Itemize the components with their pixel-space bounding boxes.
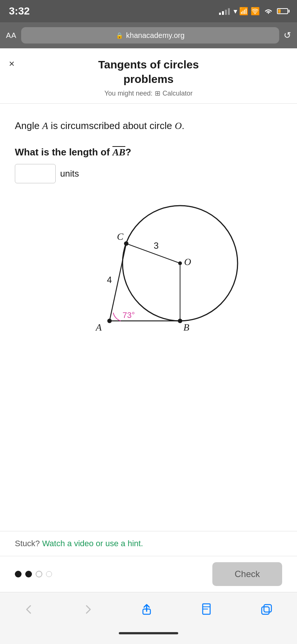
browser-bar: AA 🔒 khanacademy.org ↺ <box>0 22 297 48</box>
svg-rect-12 <box>262 607 269 614</box>
segment-ab: AB <box>112 147 125 158</box>
ios-nav-bar <box>0 592 297 629</box>
back-button[interactable] <box>25 604 34 615</box>
progress-dot-3 <box>36 571 42 577</box>
progress-dot-2 <box>25 571 32 577</box>
check-button[interactable]: Check <box>212 562 282 586</box>
exercise-header: × Tangents of circles problems You might… <box>0 48 297 104</box>
bottom-bar: Check <box>0 556 297 592</box>
label-c: C <box>117 231 124 242</box>
share-button[interactable] <box>141 603 152 616</box>
status-time: 3:32 <box>9 5 30 17</box>
might-need-text: You might need: <box>104 90 152 97</box>
label-3: 3 <box>154 241 159 251</box>
browser-url-bar[interactable]: 🔒 khanacademy.org <box>21 27 279 44</box>
status-bar: 3:32 ▾ 📶 🛜 <box>0 0 297 22</box>
page-content: × Tangents of circles problems You might… <box>0 48 297 592</box>
progress-dot-1 <box>15 571 22 577</box>
svg-line-1 <box>110 244 126 321</box>
label-o: O <box>184 257 191 267</box>
home-bar <box>119 632 178 634</box>
stuck-text: Stuck? <box>15 539 40 548</box>
hint-link[interactable]: Watch a video or use a hint. <box>42 539 143 548</box>
diagram-container: C O B A 4 3 73° <box>15 198 282 354</box>
stuck-area: Stuck? Watch a video or use a hint. <box>0 531 297 556</box>
geometry-diagram: C O B A 4 3 73° <box>52 198 245 354</box>
label-4: 4 <box>107 275 112 285</box>
calculator-label[interactable]: Calculator <box>163 90 193 97</box>
problem-statement: Angle A is circumscribed about circle O. <box>15 119 282 133</box>
question-text: What is the length of AB? <box>15 146 282 158</box>
exercise-title: Tangents of circles problems <box>15 57 282 86</box>
problem-area: Angle A is circumscribed about circle O.… <box>0 104 297 531</box>
browser-aa-label[interactable]: AA <box>6 31 17 40</box>
label-angle: 73° <box>123 310 135 320</box>
svg-point-8 <box>107 319 112 323</box>
svg-line-3 <box>126 244 180 263</box>
svg-point-6 <box>178 261 182 265</box>
bookmarks-button[interactable] <box>201 603 212 616</box>
title-line1: Tangents of circles <box>98 58 199 71</box>
svg-rect-11 <box>264 605 271 612</box>
progress-dots <box>15 571 52 577</box>
home-indicator <box>0 629 297 644</box>
tabs-button[interactable] <box>261 604 272 615</box>
browser-url: khanacademy.org <box>126 31 185 40</box>
signal-icon <box>219 7 230 15</box>
refresh-icon[interactable]: ↺ <box>284 30 291 41</box>
units-label: units <box>60 168 79 179</box>
battery-icon <box>277 8 288 14</box>
wifi-icon: ▾ 📶 🛜 <box>234 7 260 16</box>
wifi-icon-svg <box>264 7 273 15</box>
title-line2: problems <box>123 73 173 85</box>
forward-button[interactable] <box>83 604 92 615</box>
calculator-icon: ⊞ <box>155 89 160 97</box>
answer-input[interactable] <box>15 164 56 183</box>
svg-point-7 <box>178 319 182 323</box>
close-button[interactable]: × <box>9 59 14 68</box>
label-b: B <box>183 322 189 333</box>
might-need: You might need: ⊞ Calculator <box>15 89 282 97</box>
progress-dot-4 <box>46 571 52 577</box>
answer-row: units <box>15 164 282 183</box>
status-icons: ▾ 📶 🛜 <box>219 7 288 16</box>
label-a: A <box>95 322 102 333</box>
svg-point-5 <box>124 241 128 246</box>
lock-icon: 🔒 <box>116 32 123 39</box>
